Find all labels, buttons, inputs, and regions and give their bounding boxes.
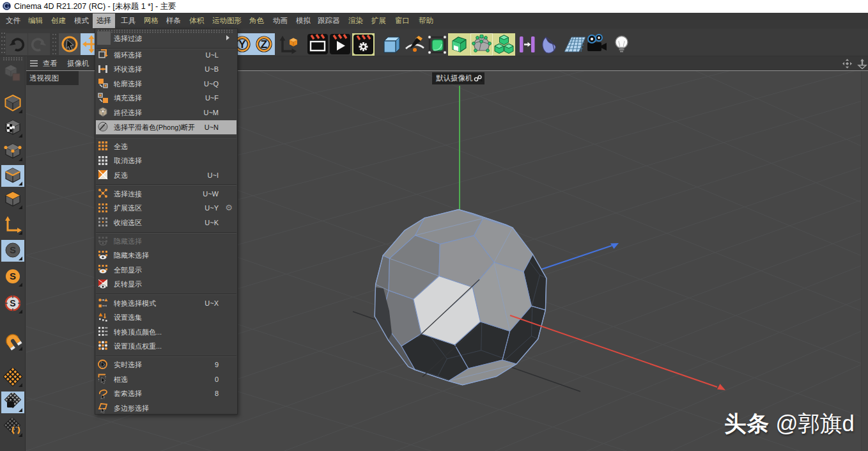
svg-text:S: S	[10, 298, 15, 308]
svg-text:Z: Z	[261, 38, 267, 51]
svg-text:S: S	[10, 271, 16, 281]
svg-text:Y: Y	[238, 38, 246, 51]
svg-text:S: S	[10, 244, 16, 255]
